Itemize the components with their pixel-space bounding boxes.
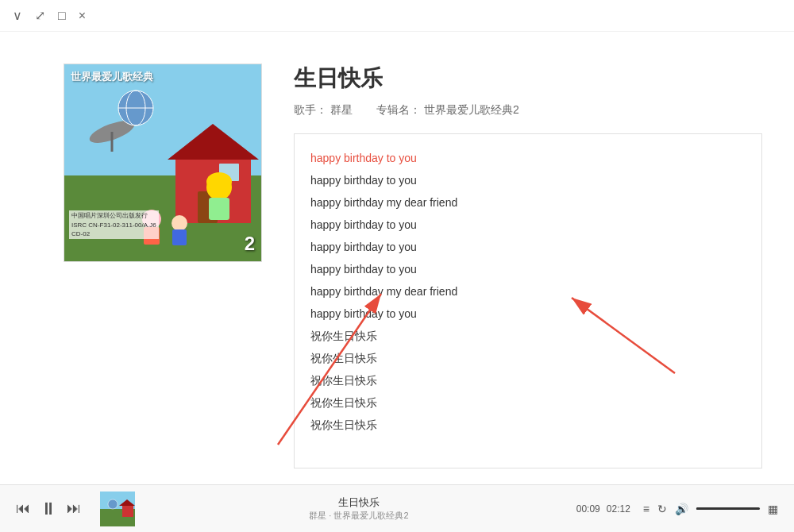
square-icon[interactable]: □: [58, 9, 66, 23]
current-time: 00:09: [576, 503, 600, 515]
lyric-line[interactable]: happy birthday to you: [310, 169, 746, 191]
album-art: 世界最爱儿歌经典 2 中国唱片深圳公司出版发行 ISRC CN-F31-02-3…: [64, 64, 262, 262]
lyric-line[interactable]: 祝你生日快乐: [310, 414, 746, 436]
prev-button[interactable]: ⏮: [16, 500, 30, 517]
player-right-controls: ≡ ↻ 🔊 ▦: [643, 503, 778, 515]
chevron-down-icon[interactable]: ∨: [13, 8, 22, 23]
song-meta: 歌手： 群星 专辑名： 世界最爱儿歌经典2: [294, 103, 762, 118]
svg-point-26: [108, 499, 118, 509]
svg-rect-12: [209, 198, 229, 220]
player-artist: 群星 · 世界最爱儿歌经典2: [309, 510, 408, 522]
expand-icon[interactable]: ⤢: [35, 8, 45, 23]
lyric-line[interactable]: happy birthday to you: [310, 258, 746, 280]
pause-button[interactable]: ⏸: [40, 499, 57, 519]
lyrics-panel[interactable]: happy birthday to youhappy birthday to y…: [294, 133, 762, 468]
repeat-icon[interactable]: ↻: [657, 503, 667, 515]
song-title: 生日快乐: [294, 64, 762, 94]
queue-icon[interactable]: ▦: [768, 503, 778, 515]
svg-rect-17: [172, 229, 187, 245]
album-title: 世界最爱儿歌经典: [71, 71, 153, 84]
volume-bar[interactable]: [696, 507, 760, 510]
artist-meta: 歌手： 群星: [294, 103, 353, 118]
lyric-line[interactable]: happy birthday to you: [310, 303, 746, 325]
playlist-icon[interactable]: ≡: [643, 503, 649, 515]
player-bar: ⏮ ⏸ ⏭ 生日快乐 群星 · 世界最爱儿歌经典2 00:09 02:12 ≡ …: [0, 484, 794, 532]
lyric-line[interactable]: happy birthday to you: [310, 214, 746, 236]
album-meta: 专辑名： 世界最爱儿歌经典2: [376, 103, 519, 118]
lyric-line[interactable]: 祝你生日快乐: [310, 391, 746, 414]
svg-point-16: [172, 215, 187, 231]
player-controls: ⏮ ⏸ ⏭: [16, 499, 81, 519]
lyric-line[interactable]: happy birthday to you: [310, 147, 746, 169]
album-value: 世界最爱儿歌经典2: [424, 103, 519, 118]
volume-fill: [696, 507, 734, 510]
volume-icon[interactable]: 🔊: [675, 503, 688, 515]
main-content: 世界最爱儿歌经典 2 中国唱片深圳公司出版发行 ISRC CN-F31-02-3…: [0, 32, 794, 484]
player-time-section: 00:09 02:12: [576, 503, 630, 515]
artist-value: 群星: [330, 103, 353, 118]
album-subtitle: 中国唱片深圳公司出版发行 ISRC CN-F31-02-311-00/A.J6 …: [69, 210, 159, 239]
lyric-line[interactable]: happy birthday my dear friend: [310, 191, 746, 214]
lyric-line[interactable]: happy birthday my dear friend: [310, 280, 746, 303]
svg-rect-24: [122, 506, 133, 517]
next-button[interactable]: ⏭: [67, 500, 81, 517]
player-song-name: 生日快乐: [338, 495, 380, 510]
album-label: 专辑名：: [376, 103, 421, 118]
total-time: 02:12: [607, 503, 630, 515]
lyric-line[interactable]: happy birthday to you: [310, 236, 746, 258]
artist-label: 歌手：: [294, 103, 327, 118]
lyric-line[interactable]: 祝你生日快乐: [310, 347, 746, 369]
lyric-line[interactable]: 祝你生日快乐: [310, 325, 746, 347]
player-info: 生日快乐 群星 · 世界最爱儿歌经典2: [154, 495, 564, 522]
svg-point-13: [206, 172, 232, 191]
album-number: 2: [245, 233, 255, 255]
right-panel: 生日快乐 歌手： 群星 专辑名： 世界最爱儿歌经典2 happy birthda…: [294, 64, 762, 468]
player-thumbnail: [100, 492, 135, 526]
close-icon[interactable]: ×: [79, 9, 86, 23]
lyric-line[interactable]: 祝你生日快乐: [310, 369, 746, 391]
title-bar: ∨ ⤢ □ ×: [0, 0, 794, 32]
